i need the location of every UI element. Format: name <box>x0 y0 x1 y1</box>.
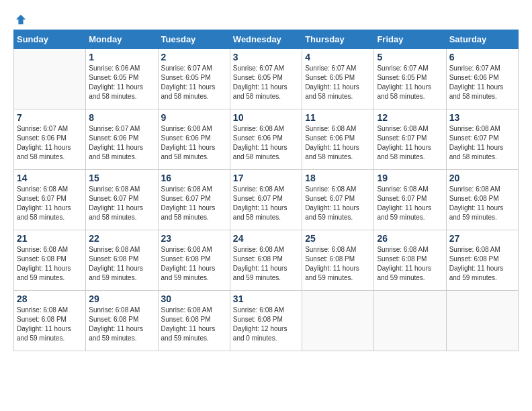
calendar-cell: 17Sunrise: 6:08 AM Sunset: 6:07 PM Dayli… <box>230 170 302 230</box>
day-number: 22 <box>89 233 154 244</box>
day-number: 11 <box>305 112 371 123</box>
calendar-cell: 28Sunrise: 6:08 AM Sunset: 6:08 PM Dayli… <box>14 291 86 351</box>
day-info: Sunrise: 6:08 AM Sunset: 6:06 PM Dayligh… <box>233 124 299 162</box>
column-header-monday: Monday <box>86 30 158 49</box>
calendar-cell: 31Sunrise: 6:08 AM Sunset: 6:08 PM Dayli… <box>230 291 302 351</box>
day-number: 27 <box>449 233 515 244</box>
day-info: Sunrise: 6:08 AM Sunset: 6:08 PM Dayligh… <box>233 245 299 283</box>
calendar-cell: 27Sunrise: 6:08 AM Sunset: 6:08 PM Dayli… <box>446 230 518 291</box>
day-number: 4 <box>305 52 371 62</box>
page-header <box>13 13 519 23</box>
calendar-cell: 13Sunrise: 6:08 AM Sunset: 6:07 PM Dayli… <box>446 109 518 170</box>
logo <box>13 13 27 23</box>
day-info: Sunrise: 6:08 AM Sunset: 6:08 PM Dayligh… <box>305 245 371 283</box>
day-info: Sunrise: 6:07 AM Sunset: 6:05 PM Dayligh… <box>377 64 443 101</box>
column-header-friday: Friday <box>374 30 446 49</box>
logo-icon <box>15 13 27 26</box>
day-number: 7 <box>17 112 83 123</box>
calendar-cell: 11Sunrise: 6:08 AM Sunset: 6:06 PM Dayli… <box>302 109 374 170</box>
calendar-cell: 24Sunrise: 6:08 AM Sunset: 6:08 PM Dayli… <box>230 230 302 291</box>
day-info: Sunrise: 6:08 AM Sunset: 6:07 PM Dayligh… <box>161 185 227 222</box>
day-number: 17 <box>233 173 299 183</box>
calendar-header-row: SundayMondayTuesdayWednesdayThursdayFrid… <box>14 30 519 49</box>
calendar-cell <box>14 49 86 109</box>
day-number: 23 <box>161 233 227 244</box>
day-number: 13 <box>449 112 515 123</box>
calendar-cell: 14Sunrise: 6:08 AM Sunset: 6:07 PM Dayli… <box>14 170 86 230</box>
calendar-cell: 6Sunrise: 6:07 AM Sunset: 6:06 PM Daylig… <box>446 49 518 109</box>
day-number: 3 <box>233 52 299 62</box>
day-info: Sunrise: 6:08 AM Sunset: 6:06 PM Dayligh… <box>305 124 371 162</box>
day-number: 31 <box>233 293 299 304</box>
calendar-week-4: 21Sunrise: 6:08 AM Sunset: 6:08 PM Dayli… <box>14 230 519 291</box>
day-number: 5 <box>377 52 443 62</box>
day-info: Sunrise: 6:07 AM Sunset: 6:05 PM Dayligh… <box>233 64 299 101</box>
calendar-cell: 26Sunrise: 6:08 AM Sunset: 6:08 PM Dayli… <box>374 230 446 291</box>
day-number: 15 <box>89 173 154 183</box>
calendar-cell: 9Sunrise: 6:08 AM Sunset: 6:06 PM Daylig… <box>158 109 230 170</box>
day-info: Sunrise: 6:08 AM Sunset: 6:08 PM Dayligh… <box>161 245 227 283</box>
column-header-wednesday: Wednesday <box>230 30 302 49</box>
calendar-week-1: 1Sunrise: 6:06 AM Sunset: 6:05 PM Daylig… <box>14 49 519 109</box>
calendar-cell: 10Sunrise: 6:08 AM Sunset: 6:06 PM Dayli… <box>230 109 302 170</box>
day-number: 1 <box>89 52 154 62</box>
calendar-cell: 18Sunrise: 6:08 AM Sunset: 6:07 PM Dayli… <box>302 170 374 230</box>
day-info: Sunrise: 6:08 AM Sunset: 6:08 PM Dayligh… <box>449 185 515 222</box>
day-info: Sunrise: 6:07 AM Sunset: 6:06 PM Dayligh… <box>17 124 83 162</box>
day-number: 19 <box>377 173 443 183</box>
day-number: 16 <box>161 173 227 183</box>
svg-marker-0 <box>16 15 26 24</box>
calendar-cell: 20Sunrise: 6:08 AM Sunset: 6:08 PM Dayli… <box>446 170 518 230</box>
calendar-cell: 19Sunrise: 6:08 AM Sunset: 6:07 PM Dayli… <box>374 170 446 230</box>
day-info: Sunrise: 6:08 AM Sunset: 6:07 PM Dayligh… <box>377 185 443 222</box>
day-info: Sunrise: 6:08 AM Sunset: 6:08 PM Dayligh… <box>161 306 227 343</box>
calendar-week-3: 14Sunrise: 6:08 AM Sunset: 6:07 PM Dayli… <box>14 170 519 230</box>
day-info: Sunrise: 6:08 AM Sunset: 6:07 PM Dayligh… <box>17 185 83 222</box>
calendar-cell: 12Sunrise: 6:08 AM Sunset: 6:07 PM Dayli… <box>374 109 446 170</box>
calendar-cell: 23Sunrise: 6:08 AM Sunset: 6:08 PM Dayli… <box>158 230 230 291</box>
calendar-cell <box>302 291 374 351</box>
day-number: 12 <box>377 112 443 123</box>
day-info: Sunrise: 6:08 AM Sunset: 6:08 PM Dayligh… <box>89 245 154 283</box>
day-info: Sunrise: 6:07 AM Sunset: 6:06 PM Dayligh… <box>449 64 515 101</box>
column-header-sunday: Sunday <box>14 30 86 49</box>
day-number: 14 <box>17 173 83 183</box>
day-number: 29 <box>89 293 154 304</box>
calendar-cell: 5Sunrise: 6:07 AM Sunset: 6:05 PM Daylig… <box>374 49 446 109</box>
day-info: Sunrise: 6:08 AM Sunset: 6:08 PM Dayligh… <box>377 245 443 283</box>
day-number: 2 <box>161 52 227 62</box>
calendar-table: SundayMondayTuesdayWednesdayThursdayFrid… <box>13 30 519 351</box>
calendar-cell <box>374 291 446 351</box>
day-info: Sunrise: 6:07 AM Sunset: 6:05 PM Dayligh… <box>305 64 371 101</box>
column-header-saturday: Saturday <box>446 30 518 49</box>
day-number: 25 <box>305 233 371 244</box>
day-number: 9 <box>161 112 227 123</box>
calendar-week-2: 7Sunrise: 6:07 AM Sunset: 6:06 PM Daylig… <box>14 109 519 170</box>
day-number: 30 <box>161 293 227 304</box>
calendar-cell: 7Sunrise: 6:07 AM Sunset: 6:06 PM Daylig… <box>14 109 86 170</box>
day-info: Sunrise: 6:08 AM Sunset: 6:06 PM Dayligh… <box>161 124 227 162</box>
day-number: 20 <box>449 173 515 183</box>
day-info: Sunrise: 6:08 AM Sunset: 6:07 PM Dayligh… <box>233 185 299 222</box>
calendar-cell: 3Sunrise: 6:07 AM Sunset: 6:05 PM Daylig… <box>230 49 302 109</box>
calendar-cell: 16Sunrise: 6:08 AM Sunset: 6:07 PM Dayli… <box>158 170 230 230</box>
day-info: Sunrise: 6:07 AM Sunset: 6:05 PM Dayligh… <box>161 64 227 101</box>
day-info: Sunrise: 6:08 AM Sunset: 6:08 PM Dayligh… <box>449 245 515 283</box>
day-info: Sunrise: 6:06 AM Sunset: 6:05 PM Dayligh… <box>89 64 154 101</box>
calendar-cell: 29Sunrise: 6:08 AM Sunset: 6:08 PM Dayli… <box>86 291 158 351</box>
day-number: 28 <box>17 293 83 304</box>
day-info: Sunrise: 6:08 AM Sunset: 6:08 PM Dayligh… <box>17 306 83 343</box>
calendar-cell: 15Sunrise: 6:08 AM Sunset: 6:07 PM Dayli… <box>86 170 158 230</box>
day-number: 26 <box>377 233 443 244</box>
calendar-cell: 4Sunrise: 6:07 AM Sunset: 6:05 PM Daylig… <box>302 49 374 109</box>
calendar-cell: 1Sunrise: 6:06 AM Sunset: 6:05 PM Daylig… <box>86 49 158 109</box>
day-info: Sunrise: 6:07 AM Sunset: 6:06 PM Dayligh… <box>89 124 154 162</box>
day-info: Sunrise: 6:08 AM Sunset: 6:07 PM Dayligh… <box>305 185 371 222</box>
day-info: Sunrise: 6:08 AM Sunset: 6:08 PM Dayligh… <box>89 306 154 343</box>
calendar-cell: 2Sunrise: 6:07 AM Sunset: 6:05 PM Daylig… <box>158 49 230 109</box>
day-number: 8 <box>89 112 154 123</box>
day-number: 6 <box>449 52 515 62</box>
day-number: 18 <box>305 173 371 183</box>
calendar-cell <box>446 291 518 351</box>
day-info: Sunrise: 6:08 AM Sunset: 6:08 PM Dayligh… <box>233 306 299 343</box>
